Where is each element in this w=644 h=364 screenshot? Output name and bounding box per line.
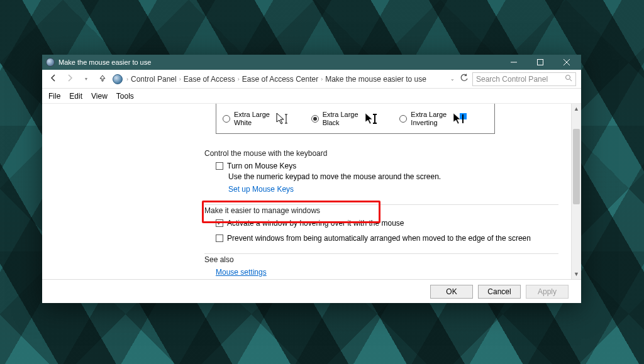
mouse-settings-link[interactable]: Mouse settings bbox=[216, 268, 267, 277]
mouse-keys-description: Use the numeric keypad to move the mouse… bbox=[204, 172, 558, 181]
up-button[interactable] bbox=[96, 74, 109, 84]
search-placeholder: Search Control Panel bbox=[476, 75, 565, 84]
checkbox-mouse-keys[interactable] bbox=[216, 162, 223, 170]
window: Make the mouse easier to use ▾ › Control… bbox=[42, 55, 581, 303]
app-icon bbox=[46, 58, 55, 67]
window-title: Make the mouse easier to use bbox=[58, 58, 501, 66]
menu-file[interactable]: File bbox=[48, 92, 60, 101]
menubar: File Edit View Tools bbox=[42, 89, 581, 104]
pointer-size-group: Extra Large White Extra Large Black Extr… bbox=[216, 104, 495, 134]
setup-mouse-keys-link[interactable]: Set up Mouse Keys bbox=[228, 185, 294, 194]
maximize-button[interactable] bbox=[527, 55, 553, 70]
ok-button[interactable]: OK bbox=[430, 285, 473, 299]
search-icon bbox=[565, 74, 572, 84]
section-heading-keyboard: Control the mouse with the keyboard bbox=[204, 148, 558, 158]
menu-tools[interactable]: Tools bbox=[116, 92, 134, 101]
pointer-option-label: Extra Large Inverting bbox=[411, 111, 448, 126]
content-area: Extra Large White Extra Large Black Extr… bbox=[42, 104, 581, 279]
breadcrumb-item[interactable]: Ease of Access bbox=[184, 75, 235, 84]
cursor-inverting-icon bbox=[452, 111, 467, 126]
checkbox-label: Prevent windows from being automatically… bbox=[227, 234, 531, 243]
checkbox-label: Activate a window by hovering over it wi… bbox=[227, 219, 404, 228]
forward-button[interactable] bbox=[64, 74, 76, 84]
breadcrumb-item[interactable]: Make the mouse easier to use bbox=[325, 75, 426, 84]
section-heading-windows: Make it easier to manage windows bbox=[204, 204, 558, 215]
breadcrumb-dropdown[interactable]: ⌄ bbox=[450, 76, 455, 82]
checkbox-activate-hover[interactable] bbox=[216, 219, 223, 227]
breadcrumb-item[interactable]: Control Panel bbox=[131, 75, 177, 84]
titlebar[interactable]: Make the mouse easier to use bbox=[42, 55, 581, 70]
pointer-option-inverting[interactable]: Extra Large Inverting bbox=[399, 111, 488, 126]
radio-icon bbox=[399, 115, 407, 123]
checkbox-label: Turn on Mouse Keys bbox=[227, 162, 296, 170]
pointer-option-label: Extra Large Black bbox=[323, 111, 360, 126]
breadcrumb[interactable]: › Control Panel › Ease of Access › Ease … bbox=[126, 75, 447, 84]
back-button[interactable] bbox=[47, 74, 60, 84]
radio-icon bbox=[223, 115, 230, 123]
control-panel-icon bbox=[113, 74, 123, 84]
dialog-footer: OK Cancel Apply bbox=[42, 279, 581, 303]
recent-dropdown[interactable]: ▾ bbox=[80, 76, 92, 82]
breadcrumb-item[interactable]: Ease of Access Center bbox=[242, 75, 318, 84]
pointer-option-label: Extra Large White bbox=[234, 111, 272, 126]
section-heading-seealso: See also bbox=[204, 253, 558, 264]
scroll-down-icon[interactable]: ▼ bbox=[572, 269, 581, 279]
cancel-button[interactable]: Cancel bbox=[478, 285, 521, 299]
scroll-thumb[interactable] bbox=[573, 129, 580, 204]
refresh-button[interactable] bbox=[460, 74, 469, 84]
pointer-option-white[interactable]: Extra Large White bbox=[223, 111, 311, 126]
svg-rect-1 bbox=[538, 60, 543, 65]
cursor-black-icon bbox=[364, 111, 379, 126]
close-button[interactable] bbox=[553, 55, 580, 70]
apply-button[interactable]: Apply bbox=[526, 285, 569, 299]
scroll-up-icon[interactable]: ▲ bbox=[572, 104, 581, 114]
menu-view[interactable]: View bbox=[91, 92, 108, 101]
pointer-option-black[interactable]: Extra Large Black bbox=[311, 111, 400, 126]
minimize-button[interactable] bbox=[501, 55, 527, 70]
navbar: ▾ › Control Panel › Ease of Access › Eas… bbox=[42, 70, 581, 89]
checkbox-prevent-arrange[interactable] bbox=[216, 234, 223, 242]
search-input[interactable]: Search Control Panel bbox=[472, 72, 576, 86]
vertical-scrollbar[interactable]: ▲ ▼ bbox=[571, 104, 581, 279]
svg-point-4 bbox=[566, 75, 570, 80]
radio-icon bbox=[311, 115, 319, 123]
menu-edit[interactable]: Edit bbox=[69, 92, 82, 101]
svg-line-5 bbox=[570, 79, 572, 81]
cursor-white-icon bbox=[275, 111, 291, 126]
